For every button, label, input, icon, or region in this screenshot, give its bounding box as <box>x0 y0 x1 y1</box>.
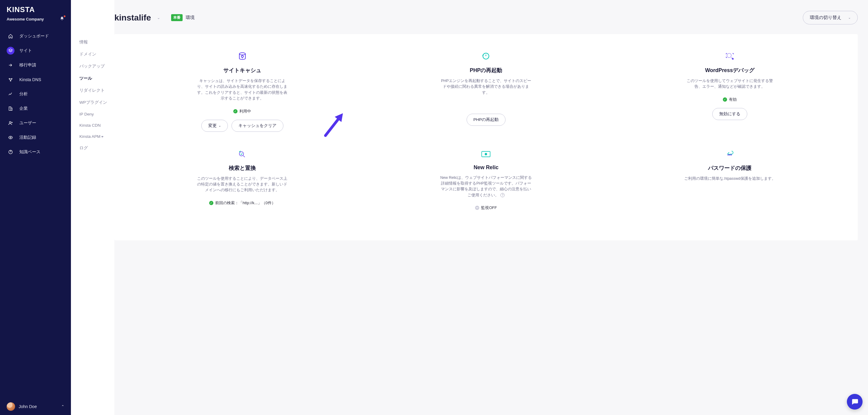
card-wp-debug: WordPressデバッグ このツールを使用してウェブサイトに発生する警告、エラ… <box>608 46 852 144</box>
chat-launcher[interactable] <box>847 394 863 410</box>
chat-icon <box>851 398 859 406</box>
status-text: 利用中 <box>239 108 251 114</box>
svg-rect-4 <box>11 108 12 110</box>
subnav-backups[interactable]: バックアップ <box>71 60 114 72</box>
password-icon: *** <box>724 149 736 159</box>
flag-icon: ⚑ <box>100 135 104 139</box>
info-icon[interactable]: ? <box>500 193 505 197</box>
env-switch-label: 環境の切り替え <box>810 15 841 21</box>
card-title: New Relic <box>473 164 499 171</box>
nav-label: サイト <box>19 48 32 53</box>
status-row: ✓ 前回の検索：「http://k...」（0件） <box>209 200 276 206</box>
card-desc: このツールを使用することにより、データベース上の特定の値を置き換えることができま… <box>195 176 289 193</box>
nav-label: 知識ベース <box>19 149 40 155</box>
user-menu[interactable]: John Doe ⌃ <box>0 398 71 415</box>
nav-knowledge[interactable]: 知識ベース <box>0 145 71 159</box>
card-desc: キャッシュは、サイトデータを保存することにより、サイトの読み込みを高速化するため… <box>195 78 289 102</box>
debug-icon <box>725 51 735 61</box>
subnav-cdn[interactable]: Kinsta CDN <box>71 120 114 131</box>
svg-point-0 <box>9 78 10 79</box>
nav-analytics[interactable]: 分析 <box>0 87 71 101</box>
chevron-down-icon: ⌄ <box>848 16 851 20</box>
minus-icon <box>475 206 479 210</box>
nav-activity[interactable]: 活動記録 <box>0 130 71 145</box>
subnav-domains[interactable]: ドメイン <box>71 48 114 60</box>
primary-nav: ダッシュボード サイト 移行申請 Kinsta DNS 分析 企業 ユーザー <box>0 29 71 398</box>
building-icon <box>8 106 13 111</box>
nav-dns[interactable]: Kinsta DNS <box>0 72 71 87</box>
nav-label: ユーザー <box>19 120 36 126</box>
check-icon: ✓ <box>209 201 213 205</box>
arrow-right-icon <box>8 63 13 68</box>
status-text: 有効 <box>729 97 737 102</box>
card-new-relic: New Relic New Relicは、ウェブサイトパフォーマンスに関する詳細… <box>364 144 608 229</box>
card-php-restart: PHPの再起動 PHPエンジンを再起動することで、サイトのスピードや接続に関わる… <box>364 46 608 144</box>
brand-logo: KINSTA <box>0 5 71 16</box>
nav-sites[interactable]: サイト <box>0 43 71 58</box>
check-icon: ✓ <box>233 109 238 114</box>
svg-point-10 <box>727 53 731 58</box>
card-title: WordPressデバッグ <box>705 67 754 74</box>
subnav-apm[interactable]: Kinsta APM⚑ <box>71 131 114 142</box>
chevron-down-icon: ⌄ <box>218 124 221 127</box>
nav-migrations[interactable]: 移行申請 <box>0 58 71 72</box>
card-desc: このツールを使用してウェブサイトに発生する警告、エラー、通知などが確認できます。 <box>683 78 777 90</box>
nav-users[interactable]: ユーザー <box>0 116 71 130</box>
nav-company[interactable]: 企業 <box>0 101 71 116</box>
subnav-tools[interactable]: ツール <box>71 72 114 85</box>
svg-point-5 <box>9 122 11 123</box>
nav-label: 企業 <box>19 106 28 111</box>
nav-label: 分析 <box>19 91 28 97</box>
site-selector-chevron-icon[interactable]: ⌄ <box>157 15 160 20</box>
card-desc: ご利用の環境に簡単な.htpasswd保護を追加します。 <box>684 176 776 182</box>
svg-text:***: *** <box>727 153 732 158</box>
cache-change-button[interactable]: 変更⌄ <box>201 120 228 132</box>
tools-panel: サイトキャシュ キャッシュは、サイトデータを保存することにより、サイトの読み込み… <box>114 34 858 241</box>
question-icon <box>8 150 13 154</box>
company-name: Awesome Company <box>7 17 44 22</box>
site-subnav: 情報 ドメイン バックアップ ツール リダイレクト WPプラグイン IP Den… <box>71 0 114 415</box>
cache-icon <box>238 51 247 61</box>
site-header: kinstalife ⌄ 本番 環境 環境の切り替え ⌄ <box>114 0 868 34</box>
home-icon <box>8 34 13 39</box>
subnav-redirects[interactable]: リダイレクト <box>71 85 114 97</box>
chart-icon <box>8 92 13 97</box>
restart-icon <box>482 51 490 61</box>
card-desc: PHPエンジンを再起動することで、サイトのスピードや接続に関わる異常を解消できる… <box>439 78 533 96</box>
card-search-replace: 検索と置換 このツールを使用することにより、データベース上の特定の値を置き換える… <box>120 144 364 229</box>
nav-dashboard[interactable]: ダッシュボード <box>0 29 71 43</box>
notification-bell-icon[interactable] <box>60 16 64 22</box>
subnav-plugins[interactable]: WPプラグイン <box>71 97 114 108</box>
card-title: PHPの再起動 <box>470 67 502 74</box>
subnav-info[interactable]: 情報 <box>71 36 114 48</box>
php-restart-button[interactable]: PHPの再起動 <box>467 114 506 126</box>
debug-disable-button[interactable]: 無効にする <box>712 108 747 120</box>
new-relic-icon <box>480 149 491 159</box>
avatar <box>7 402 15 411</box>
status-text: 監視OFF <box>481 205 497 211</box>
subnav-logs[interactable]: ログ <box>71 142 114 154</box>
chevron-up-icon: ⌃ <box>61 405 64 409</box>
clear-cache-button[interactable]: キャッシュをクリア <box>231 120 283 132</box>
nav-label: Kinsta DNS <box>19 77 41 82</box>
check-icon: ✓ <box>723 97 727 102</box>
svg-point-2 <box>10 81 11 82</box>
svg-point-14 <box>485 153 487 155</box>
svg-point-1 <box>11 78 12 79</box>
card-desc: New Relicは、ウェブサイトパフォーマンスに関する詳細情報を取得するPHP… <box>439 175 533 198</box>
status-row: ✓ 有効 <box>723 97 737 102</box>
env-badge: 本番 <box>171 14 183 21</box>
env-label: 環境 <box>186 15 195 21</box>
status-row: ✓ 利用中 <box>233 108 251 114</box>
subnav-ipdeny[interactable]: IP Deny <box>71 108 114 120</box>
eye-icon <box>8 135 13 140</box>
card-title: 検索と置換 <box>229 164 256 171</box>
search-replace-icon <box>238 149 247 159</box>
user-plus-icon <box>8 121 13 125</box>
env-switch-button[interactable]: 環境の切り替え ⌄ <box>803 11 858 25</box>
card-password-protect: *** パスワードの保護 ご利用の環境に簡単な.htpasswd保護を追加します… <box>608 144 852 229</box>
card-title: サイトキャシュ <box>223 67 261 74</box>
svg-point-12 <box>239 152 244 156</box>
card-title: パスワードの保護 <box>708 164 751 171</box>
site-title: kinstalife <box>114 13 151 23</box>
